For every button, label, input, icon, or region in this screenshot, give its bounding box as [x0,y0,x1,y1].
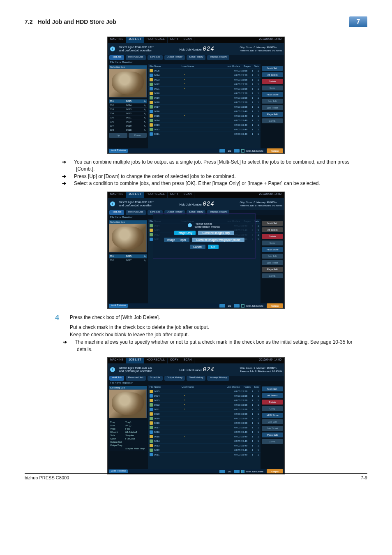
selected-job-row[interactable]: 0070019✎ [109,124,147,128]
side-button[interactable]: Job Ticket [262,260,283,265]
table-row[interactable]: 001104/03 15:4911 [148,452,261,457]
side-button[interactable]: Comb. [262,439,283,444]
top-tab[interactable]: COPY [168,192,181,198]
sub-tab[interactable]: Send History [187,376,205,381]
table-row[interactable]: 001704/03 15:5811 [148,425,261,430]
selected-job-row[interactable]: 0080018✎ [109,128,147,132]
image-only-button[interactable]: Image Only [174,231,196,235]
table-row[interactable]: 0022*04/03 15:5811 [148,82,261,86]
side-button[interactable]: Delete [262,234,283,239]
output-button[interactable]: Output [267,148,283,153]
table-row[interactable]: 001804/03 15:5811 [148,421,261,425]
table-row[interactable]: 0022*04/03 15:5811 [148,402,261,407]
output-button[interactable]: Output [267,303,283,308]
table-row[interactable]: 001404/03 15:4911 [148,118,261,123]
table-row[interactable]: 0024*04/03 15:5811 [148,73,261,77]
table-row[interactable]: 001604/03 15:4911 [148,109,261,113]
page-up-icon[interactable] [219,149,225,153]
lock-release-button[interactable]: Lock Release [109,304,128,308]
side-button[interactable]: Multi-Sel. [262,386,283,391]
sub-tab[interactable]: Reserved Job [126,55,146,60]
table-row[interactable]: 001404/03 15:4911 [148,439,261,443]
sub-tab[interactable]: Output History [164,376,185,381]
top-tab[interactable]: SCAN [181,37,194,43]
table-row[interactable]: 001604/03 15:4911 [148,430,261,434]
side-button[interactable]: Job Ticket [262,426,283,431]
top-tab[interactable]: JOB LIST [126,37,144,43]
image-paper-button[interactable]: Image + Paper [164,238,189,242]
top-tab[interactable]: HDD RECALL [144,358,168,363]
sub-tab[interactable]: Reserved Job [126,210,146,215]
top-tab[interactable]: HDD RECALL [144,37,168,43]
sub-tab[interactable]: Output History [164,55,185,60]
side-button[interactable]: Delete [262,79,283,84]
selected-job-row[interactable]: 0020024✎ [109,103,147,107]
top-tab[interactable]: COPY [168,37,181,43]
top-tab[interactable]: HDD RECALL [144,192,168,198]
top-tab[interactable]: JOB LIST [126,192,144,198]
side-button[interactable]: HDD Store [262,92,283,97]
side-button[interactable]: Multi-Sel. [262,221,283,226]
with-job-delete-checkbox[interactable] [241,304,244,308]
sub-tab[interactable]: Schedule [148,376,163,381]
table-row[interactable]: 0024*04/03 15:5811 [148,393,261,398]
selected-job-row[interactable]: 0040022✎ [109,111,147,116]
side-button[interactable]: Comb. [262,118,283,123]
sub-tab[interactable]: Hold Job [109,376,124,381]
page-up-icon[interactable] [219,304,225,308]
page-down-icon[interactable] [234,470,240,473]
side-button[interactable]: All Select [262,227,283,232]
side-button[interactable]: Job Ticket [262,105,283,110]
down-button[interactable]: Down [129,133,147,138]
up-button[interactable]: Up [109,133,127,138]
top-tab[interactable]: SCAN [181,192,194,198]
top-tab[interactable]: MACHINE [108,192,126,198]
selected-job-row[interactable]: 0010015✎ [109,99,147,103]
selected-job-row[interactable]: 0030023✎ [109,107,147,111]
sub-tab[interactable]: Incomp. History [207,376,229,381]
page-down-icon[interactable] [234,304,240,308]
cancel-button[interactable]: Cancel [190,245,205,249]
side-button[interactable]: Copy [262,240,283,245]
table-row[interactable]: 001804/03 15:5811 [148,100,261,104]
table-row[interactable]: 001304/03 15:4911 [148,123,261,127]
with-job-delete-checkbox[interactable] [241,470,244,473]
table-row[interactable]: 0015*04/03 15:4911 [148,434,261,439]
table-row[interactable]: 002504/03 15:5811 [148,68,261,73]
sub-tab[interactable]: Reserved Job [126,376,146,381]
selected-job-row[interactable]: 0010015✎ [109,254,147,258]
page-down-icon[interactable] [234,149,240,153]
side-button[interactable]: Delete [262,400,283,405]
selected-job-row[interactable]: 0050021✎ [109,116,147,120]
top-tab[interactable]: MACHINE [108,358,126,363]
sub-tab[interactable]: Send History [187,55,205,60]
table-row[interactable]: 001204/03 15:4911 [148,127,261,132]
side-button[interactable]: Job Edit [262,99,283,104]
table-row[interactable]: 001904/03 15:5811 [148,95,261,100]
side-button[interactable]: Copy [262,406,283,411]
side-button[interactable]: Job Edit [262,254,283,259]
table-row[interactable]: 0023*04/03 15:5811 [148,398,261,402]
side-button[interactable]: Page Edit [262,267,283,272]
file-name-repetition[interactable]: File Name Repetition [108,381,284,385]
table-row[interactable]: 002504/03 15:5811 [148,389,261,393]
table-row[interactable]: 001204/03 15:4911 [148,448,261,452]
top-tab[interactable]: MACHINE [108,37,126,43]
table-row[interactable]: 002004/03 15:5811 [148,91,261,95]
side-button[interactable]: Page Edit [262,112,283,117]
top-tab[interactable]: JOB LIST [126,358,144,363]
top-tab[interactable]: SCAN [181,358,194,363]
table-row[interactable]: 001104/03 15:4911 [148,132,261,136]
table-row[interactable]: 0023*04/03 15:5811 [148,77,261,82]
ok-button[interactable]: OK [208,245,219,249]
lock-release-button[interactable]: Lock Release [109,149,128,153]
table-row[interactable]: 0021*04/03 15:5811 [148,407,261,412]
sub-tab[interactable]: Incomp. History [207,55,229,60]
side-button[interactable]: All Select [262,72,283,77]
side-button[interactable]: Job Edit [262,419,283,424]
top-tab[interactable]: COPY [168,358,181,363]
side-button[interactable]: Comb. [262,273,283,278]
selected-job-row[interactable]: 0060020✎ [109,120,147,124]
side-button[interactable]: HDD Store [262,413,283,418]
table-row[interactable]: 001904/03 15:5811 [148,416,261,421]
